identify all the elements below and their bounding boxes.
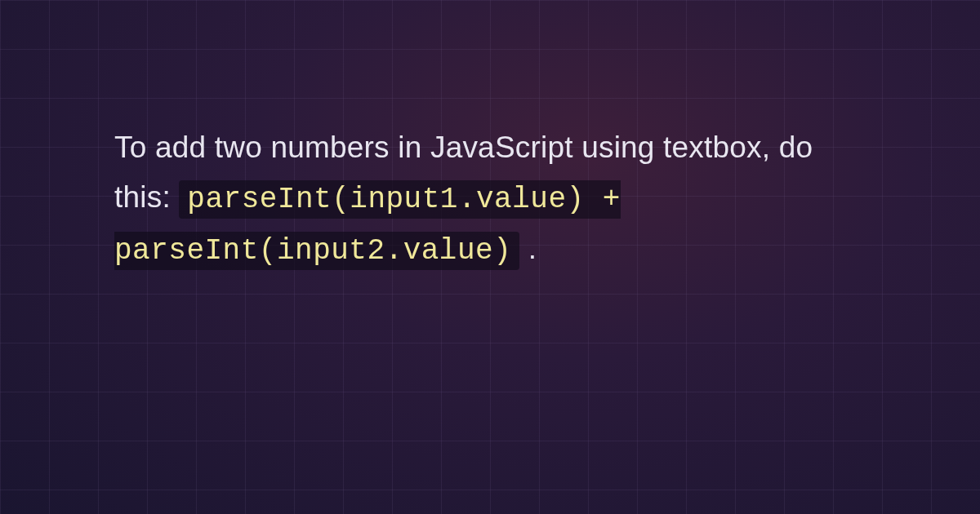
- content-block: To add two numbers in JavaScript using t…: [0, 0, 980, 276]
- code-snippet: parseInt(input1.value) + parseInt(input2…: [114, 180, 621, 270]
- closing-punct: .: [528, 232, 537, 265]
